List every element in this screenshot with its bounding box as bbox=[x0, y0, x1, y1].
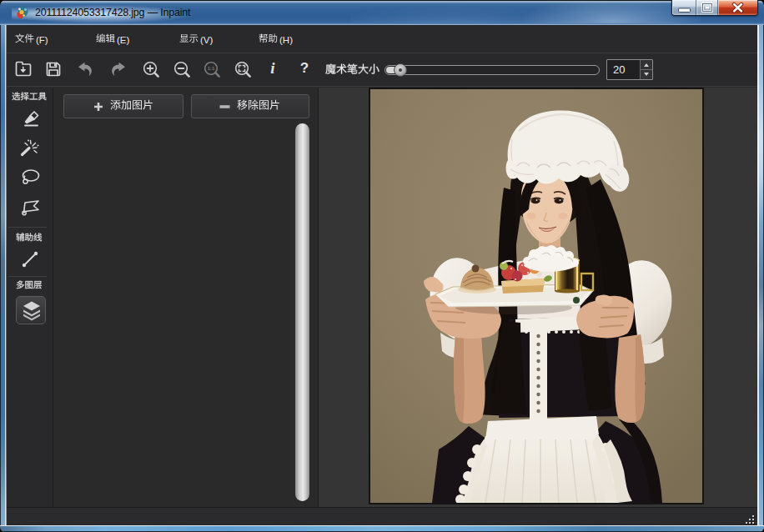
svg-text:1:1: 1:1 bbox=[208, 66, 215, 71]
